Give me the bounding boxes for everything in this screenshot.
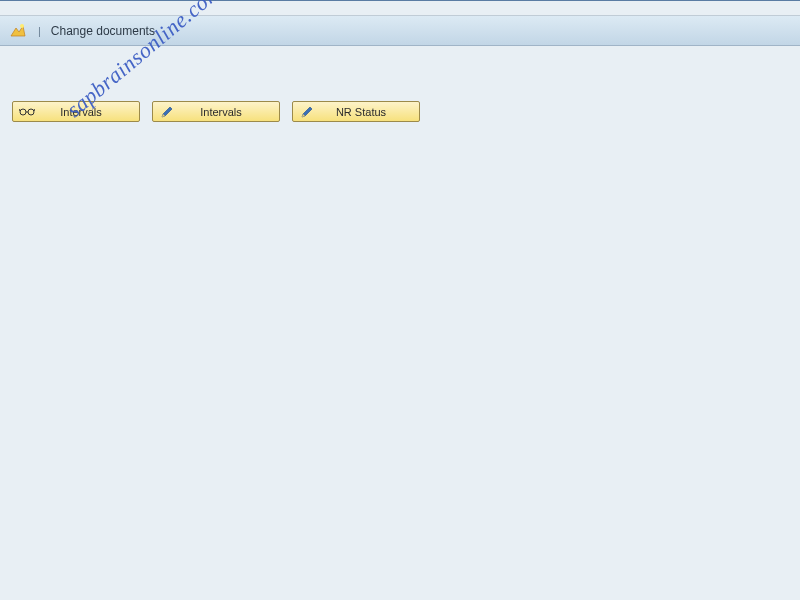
content-area: Intervals Intervals NR Status [0, 46, 800, 134]
pencil-icon [299, 104, 315, 120]
nr-status-button[interactable]: NR Status [292, 101, 420, 122]
toolbar-separator: | [38, 25, 41, 37]
display-intervals-button[interactable]: Intervals [12, 101, 140, 122]
svg-line-4 [19, 109, 20, 111]
change-intervals-button[interactable]: Intervals [152, 101, 280, 122]
svg-line-5 [34, 109, 35, 111]
button-label: Intervals [179, 106, 273, 118]
info-icon[interactable] [8, 21, 28, 41]
button-label: NR Status [319, 106, 413, 118]
pencil-icon [159, 104, 175, 120]
application-toolbar: | Change documents [0, 16, 800, 46]
glasses-icon [19, 104, 35, 120]
svg-point-2 [28, 109, 34, 115]
window-top-border [0, 0, 800, 16]
toolbar-title: Change documents [51, 24, 155, 38]
button-label: Intervals [39, 106, 133, 118]
svg-point-0 [20, 24, 24, 28]
svg-point-1 [20, 109, 26, 115]
